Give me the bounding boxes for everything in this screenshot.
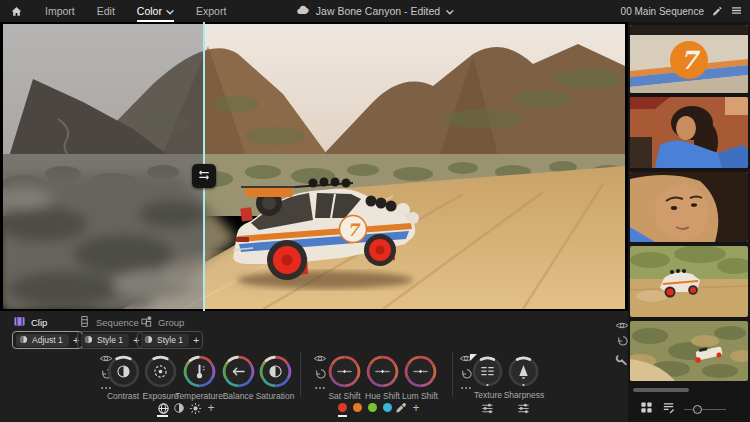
chevron-down-icon [446,5,454,17]
exposure-label: Exposure [143,391,179,401]
adjustment-sphere-icon [144,335,153,346]
thumb-car-number: 7 [680,46,700,75]
clip-filmstrip: 7 [628,22,750,422]
temperature-wheel[interactable]: Temperature [181,353,218,390]
sequence-preset-group: Style 1 + [77,331,143,349]
lum-shift-label: Lum Shift [402,391,438,401]
clip-thumbnail-3[interactable] [630,172,748,242]
swap-arrows-icon [197,167,211,185]
list-edit-view-icon[interactable] [662,400,675,418]
topbar: Import Edit Color Export Jaw Bone Canyon… [0,0,750,22]
app-window: Import Edit Color Export Jaw Bone Canyon… [0,0,750,422]
clip-preset-label: Adjust 1 [32,335,63,345]
hsl-visibility-eye-icon[interactable] [312,352,327,364]
group-preset-group: Style 1 + [137,331,203,349]
active-swatch-underline [338,415,347,417]
chevron-down-icon [166,5,174,17]
thumbnail-zoom-slider[interactable] [684,403,726,415]
sequence-label: 00 Main Sequence [621,6,704,17]
panel-divider [300,352,301,397]
global-scope-icon[interactable] [156,401,170,415]
swatch-red[interactable] [338,403,347,412]
clip-preset-group: Adjust 1 + [12,331,83,349]
group-icon [140,315,153,330]
sequence-preset-button[interactable]: Style 1 [81,334,129,347]
tab-clip-label: Clip [31,317,47,328]
sequence-menu-icon[interactable] [731,6,742,17]
clip-thumbnail-1[interactable]: 7 [630,25,748,93]
add-scope-button[interactable]: + [204,401,218,415]
light-scope-icon[interactable] [188,401,202,415]
hue-shift-wheel[interactable]: Hue Shift [364,353,401,390]
temperature-label: Temperature [175,391,223,401]
compare-split-handle[interactable] [192,164,216,188]
tab-sequence[interactable]: Sequence [78,315,139,329]
contrast-scope-icon[interactable] [172,401,186,415]
preview-viewport [0,22,628,311]
sharpness-label: Sharpness [504,390,545,400]
clip-thumbnail-5[interactable] [630,321,748,381]
tab-group[interactable]: Group [140,315,184,329]
color-panel: Clip Sequence Group Adjust 1 + Style 1 + [0,311,628,422]
menu-color-label: Color [137,5,162,17]
cloud-sync-icon [296,5,310,17]
grid-view-icon[interactable] [640,400,653,418]
tab-group-label: Group [158,317,184,328]
balance-label: Balance [223,391,254,401]
add-swatch-button[interactable]: + [409,401,423,415]
saturation-wheel[interactable]: Saturation [257,353,294,390]
swatch-green[interactable] [368,403,377,412]
menu-color[interactable]: Color [137,1,174,22]
menu-export[interactable]: Export [196,1,226,22]
panel-reset-icon[interactable] [614,334,629,346]
tab-sequence-label: Sequence [96,317,139,328]
clip-icon [13,315,26,330]
texture-settings-sliders-icon[interactable] [480,401,494,415]
home-icon[interactable] [10,5,23,18]
document-title: Jaw Bone Canyon - Edited [316,5,440,17]
sharpness-dial[interactable]: Sharpness [506,354,543,389]
exposure-wheel[interactable]: Exposure [142,353,179,390]
contrast-wheel[interactable]: Contrast [105,353,142,390]
swatch-orange[interactable] [353,403,362,412]
preview-before-scene [3,24,204,309]
group-preset-button[interactable]: Style 1 [141,334,189,347]
rename-sequence-pencil-icon[interactable] [712,5,723,18]
clip-thumbnail-4[interactable] [630,246,748,317]
swatch-cyan[interactable] [383,403,392,412]
clip-preset-button[interactable]: Adjust 1 [16,334,69,347]
add-group-preset-button[interactable]: + [193,335,199,346]
group-preset-label: Style 1 [157,335,183,345]
lum-shift-wheel[interactable]: Lum Shift [402,353,439,390]
menu-import[interactable]: Import [45,1,75,22]
sat-shift-wheel[interactable]: Sat Shift [326,353,363,390]
active-scope-underline [157,415,168,417]
menu-edit[interactable]: Edit [97,1,115,22]
filmstrip-scrollbar[interactable] [633,388,689,392]
adjustment-sphere-icon [84,335,93,346]
zoom-slider-track[interactable] [684,409,726,411]
texture-label: Texture [474,390,502,400]
advanced-tools-wrench-icon[interactable] [614,353,629,365]
zoom-slider-handle[interactable] [693,405,702,414]
sharpness-settings-sliders-icon[interactable] [516,401,530,415]
balance-wheel[interactable]: Balance [220,353,257,390]
panel-divider [452,352,453,397]
eyedropper-icon[interactable] [394,401,408,415]
panel-visibility-eye-icon[interactable] [614,319,629,331]
adjustment-sphere-icon [19,335,28,346]
tab-clip[interactable]: Clip [13,315,47,329]
texture-modified-badge [470,354,477,361]
sequence-preset-label: Style 1 [97,335,123,345]
hsl-more-options-icon[interactable] [312,382,327,394]
saturation-label: Saturation [256,391,295,401]
clip-thumbnail-2[interactable] [630,97,748,168]
sat-shift-label: Sat Shift [328,391,360,401]
hsl-reset-icon[interactable] [312,367,327,379]
sequence-icon [78,315,91,330]
document-title-group[interactable]: Jaw Bone Canyon - Edited [296,5,454,17]
contrast-label: Contrast [107,391,139,401]
hue-shift-label: Hue Shift [365,391,400,401]
